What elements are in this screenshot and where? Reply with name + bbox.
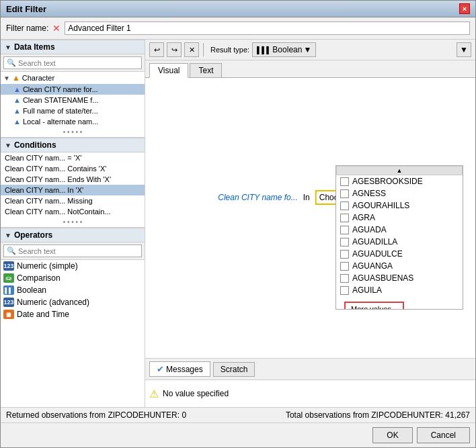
filter-name-label: Filter name: xyxy=(6,24,48,33)
data-items-search-input[interactable] xyxy=(18,59,138,67)
dropdown-label-7: AGUANGA xyxy=(352,261,393,271)
dropdown-item-2[interactable]: AGOURAHILLS xyxy=(336,199,463,212)
op-icon-4: ▦ xyxy=(3,310,14,319)
checkbox-8[interactable] xyxy=(340,274,349,283)
checkbox-9[interactable] xyxy=(340,286,349,295)
op-icon-2: ▌▌ xyxy=(3,285,14,295)
operator-2[interactable]: ▌▌ Boolean xyxy=(1,284,145,296)
character-expand[interactable]: ▼ xyxy=(3,75,10,82)
dropdown-label-5: AGUADILLA xyxy=(352,237,397,247)
tab-text[interactable]: Text xyxy=(190,63,222,77)
message-text: No value specified xyxy=(163,389,229,398)
dropdown-item-3[interactable]: AGRA xyxy=(336,212,463,224)
op-icon-3: 123 xyxy=(3,298,14,307)
result-type-value: Boolean xyxy=(272,45,302,54)
dropdown-label-0: AGESBROOKSIDE xyxy=(352,177,423,186)
data-items-search-wrapper[interactable]: 🔍 xyxy=(3,56,142,69)
op-icon-0: 123 xyxy=(3,261,14,271)
dropdown-item-6[interactable]: AGUADULCE xyxy=(336,248,463,260)
conditions-section: ▼ Conditions Clean CITY nam... = 'X' Cle… xyxy=(1,138,145,228)
data-items-search-box: 🔍 xyxy=(1,54,145,72)
tree-label-2: Full name of state/ter... xyxy=(23,107,98,115)
conditions-dots: • • • • • xyxy=(1,217,145,227)
tab-messages[interactable]: ✔ Messages xyxy=(149,361,210,377)
checkbox-5[interactable] xyxy=(340,238,349,247)
dropdown-label-6: AGUADULCE xyxy=(352,249,403,259)
conditions-header[interactable]: ▼ Conditions xyxy=(1,138,145,152)
condition-3[interactable]: Clean CITY nam... In 'X' xyxy=(1,185,145,195)
status-left: Returned observations from ZIPCODEHUNTER… xyxy=(6,410,186,420)
warning-icon: ⚠ xyxy=(149,388,159,400)
dropdown-item-7[interactable]: AGUANGA xyxy=(336,260,463,272)
checkbox-2[interactable] xyxy=(340,201,349,210)
right-panel: ↩ ↪ ✕ Result type: ▌▌▌ Boolean ▼ ▼ Visua… xyxy=(145,40,475,407)
dropdown-item-8[interactable]: AGUASBUENAS xyxy=(336,272,463,284)
condition-4[interactable]: Clean CITY nam... Missing xyxy=(1,195,145,206)
data-items-tree: ▼ ▲ Character ▲ Clean CITY name for... ▲… xyxy=(1,72,145,137)
checkbox-7[interactable] xyxy=(340,262,349,271)
dropdown-scroll-up[interactable]: ▲ xyxy=(336,166,463,175)
filter-canvas: Clean CITY name fo... In Choose... ▼ ▲ A… xyxy=(145,78,475,359)
character-label: Character xyxy=(22,74,54,82)
operator-1[interactable]: ≤≥ Comparison xyxy=(1,272,145,284)
dropdown-item-0[interactable]: AGESBROOKSIDE xyxy=(336,175,463,187)
operator-4[interactable]: ▦ Date and Time xyxy=(1,308,145,320)
checkbox-3[interactable] xyxy=(340,214,349,222)
funnel-button[interactable]: ▼ xyxy=(457,42,471,57)
dropdown-item-4[interactable]: AGUADA xyxy=(336,224,463,236)
tree-item-1[interactable]: ▲ Clean STATENAME f... xyxy=(1,95,145,105)
operators-search-input[interactable] xyxy=(18,247,138,255)
scratch-tab-label: Scratch xyxy=(221,365,248,374)
condition-5[interactable]: Clean CITY nam... NotContain... xyxy=(1,206,145,217)
condition-1[interactable]: Clean CITY nam... Contains 'X' xyxy=(1,163,145,174)
ok-button[interactable]: OK xyxy=(372,427,412,443)
result-type-button[interactable]: ▌▌▌ Boolean ▼ xyxy=(252,42,316,57)
close-button[interactable]: × xyxy=(459,3,470,14)
filter-name-icon: ✕ xyxy=(52,23,61,34)
redo-button[interactable]: ↪ xyxy=(167,42,182,57)
conditions-list: Clean CITY nam... = 'X' Clean CITY nam..… xyxy=(1,152,145,227)
checkbox-1[interactable] xyxy=(340,189,349,198)
operator-3[interactable]: 123 Numeric (advanced) xyxy=(1,296,145,308)
right-toolbar: ↩ ↪ ✕ Result type: ▌▌▌ Boolean ▼ ▼ xyxy=(145,40,475,60)
tree-label-3: Local - alternate nam... xyxy=(23,118,99,126)
dialog-buttons: OK Cancel xyxy=(1,422,475,447)
dropdown-label-8: AGUASBUENAS xyxy=(352,273,413,283)
dropdown-label-1: AGNESS xyxy=(352,189,386,198)
dropdown-item-1[interactable]: AGNESS xyxy=(336,187,463,199)
tree-character-group[interactable]: ▼ ▲ Character xyxy=(1,72,145,84)
condition-2[interactable]: Clean CITY nam... Ends With 'X' xyxy=(1,174,145,185)
more-values-container: More values... xyxy=(336,296,463,310)
condition-0[interactable]: Clean CITY nam... = 'X' xyxy=(1,152,145,163)
tree-leaf-icon-2: ▲ xyxy=(13,107,21,115)
tree-item-3[interactable]: ▲ Local - alternate nam... xyxy=(1,116,145,127)
dropdown-label-3: AGRA xyxy=(352,213,375,222)
checkbox-6[interactable] xyxy=(340,250,349,259)
more-values-button[interactable]: More values... xyxy=(344,302,404,310)
data-items-header[interactable]: ▼ Data Items xyxy=(1,40,145,54)
operators-search-wrapper[interactable]: 🔍 xyxy=(3,244,142,257)
filter-name-input[interactable] xyxy=(65,21,470,35)
tab-visual[interactable]: Visual xyxy=(149,63,188,78)
result-type-label: Result type: xyxy=(210,46,249,54)
dropdown-label-4: AGUADA xyxy=(352,225,387,234)
operators-header[interactable]: ▼ Operators xyxy=(1,228,145,242)
tree-item-2[interactable]: ▲ Full name of state/ter... xyxy=(1,105,145,116)
dropdown-item-5[interactable]: AGUADILLA xyxy=(336,236,463,248)
checkbox-0[interactable] xyxy=(340,177,349,186)
undo-button[interactable]: ↩ xyxy=(149,42,164,57)
operator-0[interactable]: 123 Numeric (simple) xyxy=(1,260,145,272)
tree-item-0[interactable]: ▲ Clean CITY name for... xyxy=(1,84,145,95)
checkbox-4[interactable] xyxy=(340,226,349,234)
cancel-button[interactable]: Cancel xyxy=(417,427,470,443)
delete-button[interactable]: ✕ xyxy=(184,42,199,57)
status-right: Total observations from ZIPCODEHUNTER: 4… xyxy=(286,410,470,420)
operators-arrow: ▼ xyxy=(5,232,11,239)
dropdown-item-9[interactable]: AGUILA xyxy=(336,284,463,296)
tree-label-0: Clean CITY name for... xyxy=(23,85,98,93)
status-bar: Returned observations from ZIPCODEHUNTER… xyxy=(1,407,475,422)
filter-field-label: Clean CITY name fo... xyxy=(218,193,298,202)
tree-leaf-icon-1: ▲ xyxy=(13,96,21,104)
data-items-section: ▼ Data Items 🔍 ▼ ▲ Character xyxy=(1,40,145,138)
tab-scratch[interactable]: Scratch xyxy=(213,362,255,377)
